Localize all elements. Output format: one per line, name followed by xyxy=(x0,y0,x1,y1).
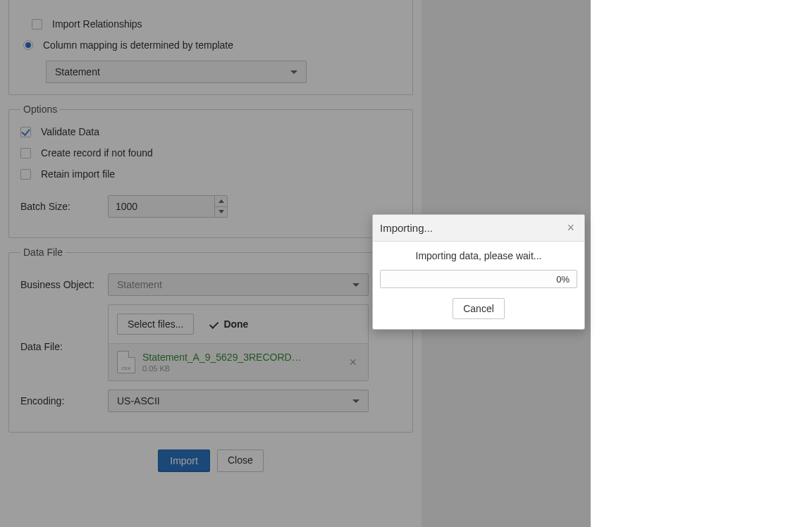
cancel-button[interactable]: Cancel xyxy=(453,298,505,319)
close-icon[interactable]: × xyxy=(564,221,577,235)
modal-title: Importing... xyxy=(380,222,433,234)
progress-bar: 0% xyxy=(380,270,577,288)
progress-text: 0% xyxy=(556,274,570,285)
modal-message: Importing data, please wait... xyxy=(380,250,577,261)
importing-modal: Importing... × Importing data, please wa… xyxy=(372,214,585,330)
